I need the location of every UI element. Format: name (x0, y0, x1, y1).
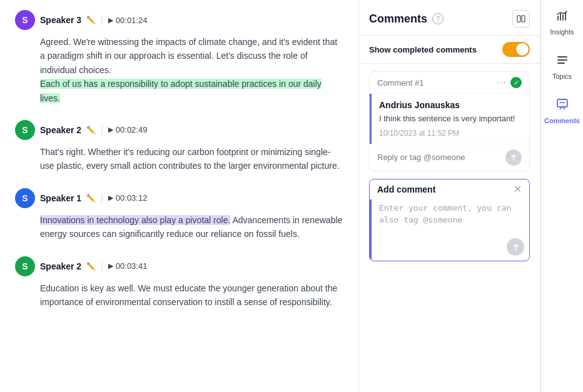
transcript-area: S Speaker 3 ✏️ | ▶ 00:01:24 Agreed. We'r… (0, 0, 359, 392)
send-reply-button[interactable] (505, 149, 522, 166)
play-icon: ▶ (108, 16, 113, 24)
speaker-name: Speaker 2 (40, 261, 81, 271)
comment-card-header: Comment #1 ··· ✓ (370, 72, 529, 94)
transcript-text: Agreed. We're witnessing the impacts of … (40, 35, 343, 105)
play-icon: ▶ (108, 262, 113, 270)
timestamp: ▶ 00:01:24 (108, 16, 148, 25)
speaker-header: S Speaker 2 ✏️ | ▶ 00:02:49 (15, 120, 343, 140)
reply-input[interactable] (377, 153, 500, 162)
add-comment-card: Add comment ✕ (369, 179, 530, 262)
sidebar-item-topics[interactable]: Topics (541, 44, 583, 89)
avatar: S (15, 120, 35, 140)
completed-icon: ✓ (510, 77, 522, 88)
speaker-name: Speaker 3 (40, 15, 81, 25)
sidebar-item-comments[interactable]: Comments (541, 89, 583, 133)
comments-panel-title: Comments (369, 13, 427, 26)
svg-rect-1 (522, 16, 525, 22)
highlighted-text: Innovations in technology also play a pi… (40, 215, 230, 225)
add-comment-input[interactable] (379, 202, 522, 239)
insights-label: Insights (550, 28, 574, 36)
help-icon[interactable]: ? (432, 13, 444, 24)
transcript-text: That's right. Whether it's reducing our … (40, 145, 343, 173)
comments-list: Comment #1 ··· ✓ Andrius Jonauskas I thi… (359, 64, 540, 392)
edit-icon[interactable]: ✏️ (86, 126, 96, 134)
svg-rect-0 (517, 16, 520, 22)
comment-number-label: Comment #1 (377, 78, 423, 88)
comments-icon (555, 98, 569, 114)
speaker-header: S Speaker 3 ✏️ | ▶ 00:01:24 (15, 10, 343, 30)
transcript-entry: S Speaker 3 ✏️ | ▶ 00:01:24 Agreed. We'r… (15, 10, 343, 105)
edit-icon[interactable]: ✏️ (86, 16, 96, 24)
timestamp: ▶ 00:03:41 (108, 261, 148, 271)
highlighted-text: Each of us has a responsibility to adopt… (40, 79, 322, 103)
show-completed-row: Show completed comments (359, 36, 540, 64)
show-completed-label: Show completed comments (369, 45, 477, 54)
avatar: S (15, 256, 35, 276)
insights-icon (555, 9, 569, 26)
speaker-name: Speaker 1 (40, 193, 81, 203)
transcript-text: Education is key as well. We must educat… (40, 281, 343, 309)
transcript-entry: S Speaker 2 ✏️ | ▶ 00:02:49 That's right… (15, 120, 343, 173)
transcript-entry: S Speaker 1 ✏️ | ▶ 00:03:12 Innovations … (15, 188, 343, 241)
add-comment-body (370, 199, 529, 261)
edit-icon[interactable]: ✏️ (86, 262, 96, 271)
sidebar-item-insights[interactable]: Insights (541, 0, 583, 44)
topics-label: Topics (552, 73, 572, 80)
comments-header: Comments ? (359, 0, 540, 36)
edit-icon[interactable]: ✏️ (86, 194, 96, 203)
comments-panel: Comments ? Show completed comments Comme… (359, 0, 540, 392)
show-completed-toggle[interactable] (502, 42, 530, 57)
toggle-thumb (516, 43, 529, 56)
close-add-comment-button[interactable]: ✕ (514, 184, 522, 194)
speaker-name: Speaker 2 (40, 125, 81, 135)
avatar: S (15, 10, 35, 30)
add-comment-title: Add comment (377, 184, 435, 194)
comments-label: Comments (544, 117, 580, 124)
send-comment-button[interactable] (507, 238, 524, 256)
comment-card: Comment #1 ··· ✓ Andrius Jonauskas I thi… (369, 71, 530, 171)
comment-text: I think this sentence is very important! (379, 113, 522, 125)
timestamp: ▶ 00:02:49 (108, 125, 148, 134)
transcript-text: Innovations in technology also play a pi… (40, 213, 343, 241)
play-icon: ▶ (108, 126, 113, 134)
add-comment-header: Add comment ✕ (370, 179, 529, 199)
comment-actions: ··· ✓ (497, 77, 522, 88)
play-icon: ▶ (108, 194, 113, 202)
timestamp: ▶ 00:03:12 (108, 193, 148, 203)
topics-icon (555, 53, 569, 70)
commenter-name: Andrius Jonauskas (379, 100, 522, 110)
right-sidebar: Insights Topics Comments (540, 0, 583, 392)
more-options-button[interactable]: ··· (497, 77, 507, 88)
reply-area (370, 144, 529, 171)
comment-body: Andrius Jonauskas I think this sentence … (370, 94, 529, 144)
avatar: S (15, 188, 35, 208)
transcript-entry: S Speaker 2 ✏️ | ▶ 00:03:41 Education is… (15, 256, 343, 309)
comments-title-area: Comments ? (369, 13, 444, 26)
comment-date: 10/10/2023 at 11:52 PM (379, 129, 522, 138)
collapse-panel-button[interactable] (512, 10, 530, 28)
speaker-header: S Speaker 1 ✏️ | ▶ 00:03:12 (15, 188, 343, 208)
speaker-header: S Speaker 2 ✏️ | ▶ 00:03:41 (15, 256, 343, 276)
